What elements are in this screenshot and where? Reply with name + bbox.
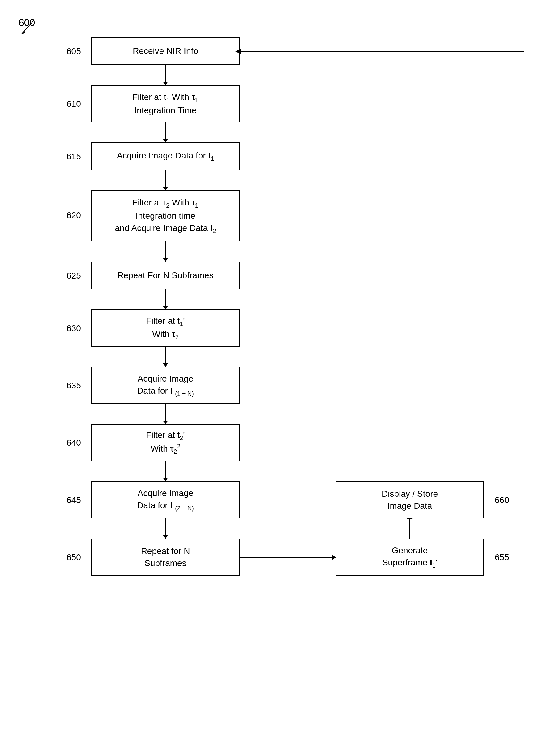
label-605: 605 — [67, 46, 81, 56]
label-620: 620 — [67, 211, 81, 220]
connector-right-v — [523, 51, 524, 500]
box-655-text: GenerateSuperframe I1' — [382, 545, 437, 570]
label-645: 645 — [67, 495, 81, 505]
box-660: Display / StoreImage Data — [335, 481, 484, 518]
box-605: Receive NIR Info — [91, 37, 240, 65]
box-640: Filter at t2'With τ22 — [91, 424, 240, 461]
box-605-text: Receive NIR Info — [133, 45, 198, 57]
arrow-to-605-head — [235, 48, 241, 54]
arrow-625-630 — [165, 289, 166, 309]
box-610-text: Filter at t1 With τ1Integration Time — [132, 91, 198, 116]
arrow-645-650 — [165, 518, 166, 538]
arrow-615-620 — [165, 170, 166, 190]
arrow-650-655 — [240, 557, 335, 558]
box-635-text: Acquire ImageData for I (1 + N) — [137, 373, 194, 398]
box-650-text: Repeat for NSubframes — [141, 545, 190, 569]
box-640-text: Filter at t2'With τ22 — [146, 429, 185, 456]
label-650: 650 — [67, 552, 81, 562]
box-660-text: Display / StoreImage Data — [382, 488, 438, 512]
figure-arrow — [18, 17, 37, 36]
label-610: 610 — [67, 99, 81, 109]
box-650: Repeat for NSubframes — [91, 538, 240, 575]
box-625: Repeat For N Subframes — [91, 262, 240, 289]
box-620: Filter at t2 With τ1Integration timeand … — [91, 190, 240, 241]
arrow-655-660-up — [409, 518, 410, 538]
arrow-610-615 — [165, 122, 166, 142]
label-630: 630 — [67, 324, 81, 333]
label-655: 655 — [495, 552, 509, 562]
box-635: Acquire ImageData for I (1 + N) — [91, 367, 240, 404]
label-625: 625 — [67, 271, 81, 281]
arrow-630-635 — [165, 347, 166, 367]
connector-top-h — [240, 51, 524, 52]
label-615: 615 — [67, 152, 81, 161]
arrow-635-640 — [165, 404, 166, 424]
arrow-605-610 — [165, 65, 166, 85]
box-645-text: Acquire ImageData for I (2 + N) — [137, 487, 194, 513]
box-645: Acquire ImageData for I (2 + N) — [91, 481, 240, 518]
box-655: GenerateSuperframe I1' — [335, 538, 484, 575]
box-630-text: Filter at t1'With τ2 — [146, 315, 185, 341]
box-610: Filter at t1 With τ1Integration Time — [91, 85, 240, 122]
label-635: 635 — [67, 381, 81, 390]
flowchart-diagram: 600 Receive NIR Info 605 Filter at t1 Wi… — [0, 0, 560, 744]
box-625-text: Repeat For N Subframes — [117, 269, 213, 281]
box-630: Filter at t1'With τ2 — [91, 309, 240, 347]
svg-marker-3 — [235, 48, 241, 54]
arrow-640-645 — [165, 461, 166, 481]
box-615: Acquire Image Data for I1 — [91, 142, 240, 170]
box-615-text: Acquire Image Data for I1 — [117, 149, 214, 163]
connector-right-h1 — [484, 500, 524, 500]
arrow-620-625 — [165, 241, 166, 262]
box-620-text: Filter at t2 With τ1Integration timeand … — [115, 196, 216, 235]
label-640: 640 — [67, 438, 81, 448]
